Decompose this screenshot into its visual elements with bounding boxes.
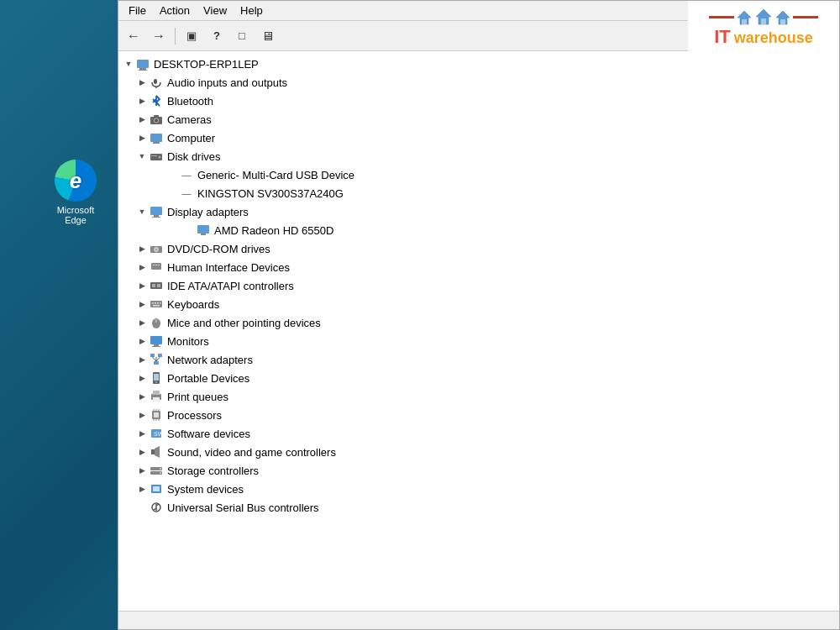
monitors-expander: ▶ [135, 334, 149, 348]
sound-expander: ▶ [135, 445, 149, 459]
monitor-button[interactable]: 🖥 [255, 25, 279, 47]
sound-label: Sound, video and game controllers [167, 446, 336, 459]
logo-house-1 [736, 9, 753, 26]
dvd-label: DVD/CD-ROM drives [167, 243, 270, 255]
print-label: Print queues [167, 391, 228, 403]
cameras-expander: ▶ [135, 113, 149, 126]
svg-rect-44 [150, 336, 162, 344]
root-icon [135, 56, 150, 71]
desktop: e MicrosoftEdge [0, 0, 840, 630]
kingston-icon: — [179, 186, 194, 201]
storage-icon [149, 463, 164, 478]
tree-disk-drives[interactable]: ▼ Disk drives [118, 147, 839, 165]
help-button[interactable]: ? [205, 25, 228, 47]
tree-storage[interactable]: ▶ Storage controllers [118, 461, 839, 480]
tree-network[interactable]: ▶ Network adapters [118, 350, 839, 369]
storage-expander: ▶ [135, 464, 149, 477]
computer-icon [149, 130, 164, 145]
audio-label: Audio inputs and outputs [167, 76, 287, 89]
svg-rect-39 [160, 302, 161, 304]
generic-usb-label: Generic- Multi-Card USB Device [197, 169, 354, 181]
amd-label: AMD Radeon HD 6550D [214, 224, 333, 237]
svg-rect-5 [780, 19, 785, 24]
tree-sound[interactable]: ▶ Sound, video and game controllers [118, 443, 839, 461]
toolbar-separator-1 [175, 28, 176, 45]
tree-print[interactable]: ▶ Print queues [118, 387, 839, 406]
menu-help[interactable]: Help [234, 3, 270, 18]
tree-cameras[interactable]: ▶ Cameras [118, 110, 839, 129]
bluetooth-label: Bluetooth [167, 95, 213, 108]
system-icon [149, 481, 164, 496]
svg-rect-48 [150, 354, 155, 357]
monitors-icon [149, 333, 164, 349]
tree-display-adapters[interactable]: ▼ Display adapters [118, 202, 839, 221]
svg-rect-16 [153, 142, 160, 144]
tree-audio[interactable]: ▶ Audio inputs and outputs [118, 73, 839, 92]
tree-mice[interactable]: ▶ Mice and other pointing devices [118, 313, 839, 332]
svg-rect-58 [153, 397, 160, 402]
tree-processors[interactable]: ▶ Processors [118, 406, 839, 424]
software-expander: ▶ [135, 427, 149, 440]
tree-computer[interactable]: ▶ Computer [118, 129, 839, 147]
software-label: Software devices [167, 428, 250, 440]
svg-line-51 [153, 357, 157, 361]
processors-icon [149, 407, 164, 423]
bluetooth-expander: ▶ [135, 94, 149, 108]
tree-keyboards[interactable]: ▶ Keyboards [118, 295, 839, 313]
svg-rect-57 [153, 391, 160, 395]
properties-button[interactable]: ▣ [180, 25, 203, 47]
audio-expander: ▶ [135, 76, 149, 89]
storage-label: Storage controllers [167, 465, 259, 477]
back-button[interactable]: ← [122, 25, 145, 47]
menu-view[interactable]: View [197, 3, 234, 18]
svg-rect-29 [153, 265, 155, 265]
mice-label: Mice and other pointing devices [167, 317, 321, 329]
menu-file[interactable]: File [122, 3, 153, 18]
svg-point-27 [155, 249, 157, 250]
processors-expander: ▶ [135, 408, 149, 422]
device-manager-window: IT warehouse File Action View Help ← → ▣… [118, 0, 840, 630]
tree-software[interactable]: ▶ SW Software devices [118, 424, 839, 443]
tree-kingston[interactable]: ▶ — KINGSTON SV300S37A240G [118, 184, 839, 202]
svg-rect-54 [154, 374, 159, 381]
svg-rect-36 [152, 302, 154, 304]
computer-expander: ▶ [135, 131, 149, 144]
tree-monitors[interactable]: ▶ Monitors [118, 332, 839, 350]
svg-rect-20 [150, 207, 162, 215]
tree-amd[interactable]: ▶ AMD Radeon HD 6550D [118, 221, 839, 239]
forward-button[interactable]: → [147, 25, 171, 47]
svg-rect-1 [742, 19, 747, 24]
print-icon [149, 389, 164, 404]
svg-rect-14 [154, 115, 159, 118]
tree-dvd[interactable]: ▶ DVD/CD-ROM drives [118, 239, 839, 258]
logo-warehouse-text: warehouse [734, 30, 813, 45]
svg-rect-30 [155, 265, 157, 265]
menu-action[interactable]: Action [153, 3, 197, 18]
tree-system[interactable]: ▶ System devices [118, 480, 839, 498]
network-expander: ▶ [135, 353, 149, 366]
tree-bluetooth[interactable]: ▶ Bluetooth [118, 92, 839, 110]
disk-icon [149, 149, 164, 164]
tree-generic-usb[interactable]: ▶ — Generic- Multi-Card USB Device [118, 165, 839, 184]
usb-label: Universal Serial Bus controllers [167, 501, 319, 514]
edge-desktop-icon[interactable]: e MicrosoftEdge [50, 160, 101, 225]
svg-rect-31 [158, 265, 160, 265]
svg-rect-8 [139, 70, 147, 71]
kingston-label: KINGSTON SV300S37A240G [197, 187, 344, 200]
mice-expander: ▶ [135, 316, 149, 329]
svg-rect-6 [137, 60, 149, 68]
root-label: DESKTOP-ERP1LEP [154, 58, 259, 71]
svg-text:SW: SW [154, 431, 163, 437]
scan-button[interactable]: □ [230, 25, 254, 47]
keyboards-icon [149, 297, 164, 312]
tree-ide[interactable]: ▶ IDE ATA/ATAPI controllers [118, 276, 839, 295]
audio-icon [149, 75, 164, 90]
portable-label: Portable Devices [167, 372, 249, 385]
content-area: ▼ DESKTOP-ERP1LEP ▶ Audio inputs and out… [118, 51, 839, 611]
sound-icon [149, 444, 164, 459]
tree-root[interactable]: ▼ DESKTOP-ERP1LEP [118, 55, 839, 73]
tree-portable[interactable]: ▶ Portable Devices [118, 369, 839, 387]
tree-hid[interactable]: ▶ Human Interface Devices [118, 258, 839, 276]
svg-rect-49 [158, 354, 162, 357]
tree-usb[interactable]: ▶ Universal Serial Bus controllers [118, 498, 839, 517]
